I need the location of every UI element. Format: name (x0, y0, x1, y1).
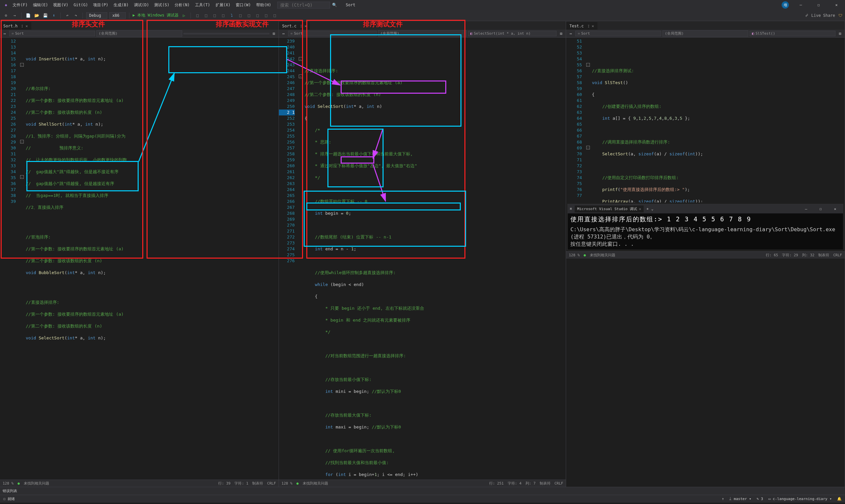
redo-icon[interactable]: ↷ (73, 12, 79, 19)
error-list-title: 错误列表 (3, 488, 17, 493)
nav-scope-dropdown[interactable]: (全局范围) (96, 30, 182, 37)
fold-toggle[interactable]: − (299, 57, 302, 61)
zoom-level[interactable]: 128 % (3, 481, 14, 486)
menu-build[interactable]: 生成(B) (111, 2, 131, 8)
save-icon[interactable]: 💾 (42, 12, 49, 19)
split-icon[interactable]: ⊞ (837, 30, 843, 37)
toolbar-icon-h[interactable]: ⬚ (254, 12, 261, 19)
nav-back-icon[interactable]: ⊙ (3, 12, 9, 19)
menu-project[interactable]: 项目(P) (91, 2, 110, 8)
notifications-icon[interactable]: 🔔 (837, 497, 842, 501)
close-tab-icon[interactable]: ✕ (639, 207, 641, 211)
config-dropdown[interactable]: Debug (86, 12, 107, 19)
nav-switch-icon[interactable]: ↔ (567, 30, 574, 37)
fold-toggle[interactable]: − (20, 175, 24, 179)
new-tab-icon[interactable]: + (646, 207, 649, 211)
nav-scope-dropdown[interactable]: (全局范围) (663, 30, 748, 37)
code-editor[interactable]: 12131415 16171819 20212223 24252627 2829… (0, 38, 279, 480)
live-share-button[interactable]: Live Share (811, 13, 835, 18)
window-close[interactable]: ✕ (830, 1, 842, 9)
user-avatar[interactable]: 培 (781, 1, 789, 8)
open-icon[interactable]: 📂 (33, 12, 40, 19)
fold-toggle[interactable]: − (586, 63, 590, 67)
console-max[interactable]: ☐ (815, 205, 827, 213)
source-control-up-icon[interactable]: ↑ (722, 497, 724, 501)
tab-sort-c[interactable]: Sort.c ⟟ ✕ (279, 22, 310, 30)
zoom-level[interactable]: 128 % (569, 253, 580, 257)
git-changes[interactable]: ✎ 3 (757, 497, 763, 501)
toolbar-icon-e[interactable]: ⤵ (228, 12, 235, 19)
split-icon[interactable]: ⊞ (271, 30, 277, 37)
pin-icon[interactable]: ⟟ (588, 24, 589, 29)
close-tab-icon[interactable]: ✕ (25, 24, 28, 29)
search-input[interactable] (277, 2, 330, 8)
menu-debug[interactable]: 调试(D) (132, 2, 151, 8)
live-share-icon[interactable]: ☍ (806, 13, 808, 18)
new-file-icon[interactable]: 📄 (25, 12, 31, 19)
platform-dropdown[interactable]: x86 (109, 12, 126, 19)
menu-test[interactable]: 测试(S) (152, 2, 171, 8)
output-icon[interactable]: ☐ (3, 497, 6, 501)
nav-project-dropdown[interactable]: ▫Sort (575, 31, 661, 36)
start-debug-button[interactable]: ▶ 本地 Windows 调试器 (133, 13, 179, 18)
nav-switch-icon[interactable]: ↔ (280, 30, 287, 37)
git-repo[interactable]: ▭ c-language-learning-diary ▾ (769, 497, 832, 501)
menu-tools[interactable]: 工具(T) (193, 2, 212, 8)
window-minimize[interactable]: — (795, 1, 807, 9)
nav-fwd-icon[interactable]: → (11, 12, 18, 19)
console-tab[interactable]: Microsoft Visual Studio 调试 ✕ (575, 205, 644, 212)
nav-switch-icon[interactable]: ↔ (1, 30, 8, 37)
fold-toggle[interactable]: − (586, 146, 590, 149)
pin-icon[interactable]: ⟟ (21, 24, 23, 29)
app-title: Sort (346, 3, 355, 7)
admin-icon[interactable]: 🛡 (839, 13, 842, 18)
tab-label: Sort.h (3, 24, 17, 29)
menu-view[interactable]: 视图(V) (51, 2, 70, 8)
run-without-debug-icon[interactable]: ▷ (180, 12, 187, 19)
toolbar-icon-g[interactable]: ⬚ (246, 12, 252, 19)
toolbar-icon-b[interactable]: ⬚ (203, 12, 209, 19)
code-editor[interactable]: 51525354 55565758 59606162 63646566 6768… (566, 38, 845, 202)
toolbar-icon-c[interactable]: ⬚ (211, 12, 218, 19)
nav-scope-dropdown[interactable]: (全局范围) (378, 30, 466, 37)
menu-git[interactable]: Git(G) (72, 3, 90, 7)
toolbar-icon-f[interactable]: ⬚ (237, 12, 244, 19)
toolbar-icon-i[interactable]: ⬚ (263, 12, 269, 19)
toolbar-icon-d[interactable]: ⬚ (220, 12, 226, 19)
close-tab-icon[interactable]: ✕ (592, 24, 594, 29)
window-maximize[interactable]: ☐ (813, 1, 825, 9)
error-list-panel[interactable]: 错误列表 (0, 487, 845, 495)
code-editor[interactable]: 239240241242 243244245246 247248249250 2… (279, 38, 566, 480)
cursor-col: 列: 32 (802, 253, 815, 258)
nav-project-dropdown[interactable]: ▫Sort (9, 31, 95, 36)
pin-icon[interactable]: ⟟ (300, 24, 302, 29)
save-all-icon[interactable]: ⬇ (51, 12, 57, 19)
menu-edit[interactable]: 编辑(E) (31, 2, 50, 8)
console-close[interactable]: ✕ (829, 205, 841, 213)
fold-toggle[interactable]: − (20, 140, 24, 143)
toolbar-icon-j[interactable]: ⬚ (271, 12, 278, 19)
menu-extensions[interactable]: 扩展(X) (214, 2, 233, 8)
tab-sort-h[interactable]: Sort.h ⟟ ✕ (0, 22, 31, 30)
fold-toggle[interactable]: − (299, 74, 302, 78)
nav-member-dropdown[interactable]: ◧ SlSTest() (750, 31, 835, 36)
zoom-level[interactable]: 128 % (282, 481, 293, 486)
console-min[interactable]: — (800, 205, 812, 213)
tab-dropdown-icon[interactable]: ⌄ (651, 207, 654, 211)
menu-window[interactable]: 窗口(W) (234, 2, 253, 8)
indent-mode: 制表符 (252, 481, 263, 486)
toolbar-icon-a[interactable]: ⬚ (194, 12, 201, 19)
fold-toggle[interactable]: − (20, 63, 24, 67)
search-icon[interactable]: 🔍 (331, 2, 338, 8)
menu-help[interactable]: 帮助(H) (254, 2, 273, 8)
close-tab-icon[interactable]: ✕ (304, 24, 307, 29)
git-branch[interactable]: ᛦ master ▾ (729, 497, 751, 501)
split-icon[interactable]: ⊞ (558, 30, 564, 37)
menu-file[interactable]: 文件(F) (11, 2, 30, 8)
undo-icon[interactable]: ↶ (64, 12, 71, 19)
menu-analyze[interactable]: 分析(N) (173, 2, 192, 8)
nav-project-dropdown[interactable]: ▫Sort (288, 31, 376, 36)
nav-member-dropdown[interactable]: ◧ SelectSort(int * a, int n) (468, 31, 557, 36)
nav-member-dropdown[interactable] (183, 33, 269, 34)
tab-test-c[interactable]: Test.c ⟟ ✕ (566, 22, 597, 30)
